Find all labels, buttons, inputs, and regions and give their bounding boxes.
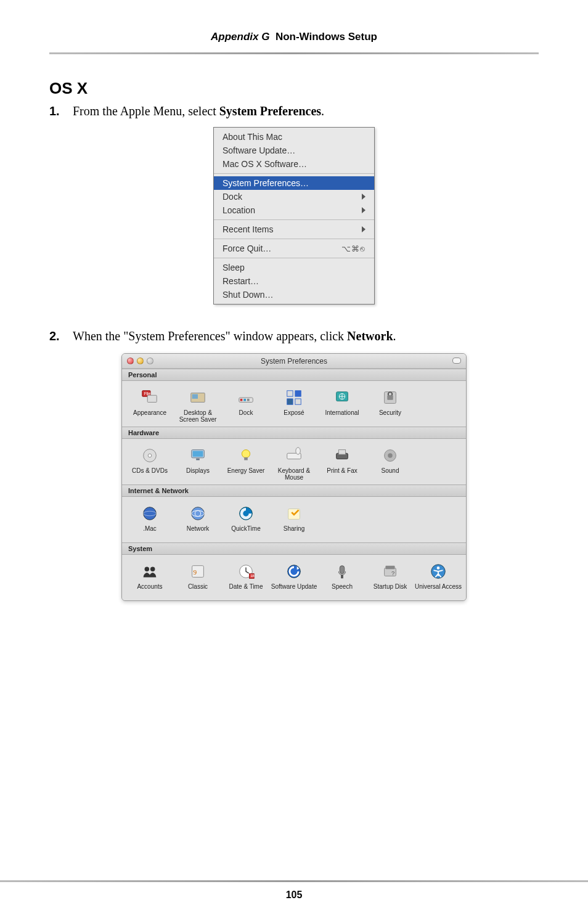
menu-item[interactable]: Mac OS X Software… [214, 157, 374, 171]
svg-point-52 [437, 566, 440, 570]
submenu-arrow-icon [362, 194, 365, 200]
svg-point-19 [148, 454, 152, 457]
zoom-icon[interactable] [147, 358, 153, 364]
security-icon [380, 387, 401, 408]
pref-item-datetime[interactable]: 18Date & Time [222, 560, 270, 598]
svg-point-26 [296, 448, 301, 454]
pref-label: Print & Fax [327, 467, 357, 481]
cd-icon [139, 445, 160, 466]
step-number: 1. [49, 104, 62, 118]
pref-item-quicktime[interactable]: QuickTime [222, 502, 270, 540]
pref-label: Universal Access [415, 583, 462, 597]
svg-rect-9 [287, 391, 293, 396]
pref-label: Sound [382, 467, 399, 481]
svg-text:18: 18 [251, 574, 255, 578]
step-text: When the "System Preferences" window app… [73, 329, 396, 343]
menu-item[interactable]: Restart… [214, 274, 374, 288]
pref-item-dock[interactable]: Dock [222, 386, 270, 424]
pref-item-universal[interactable]: Universal Access [414, 560, 462, 598]
pref-item-desktop[interactable]: Desktop & Screen Saver [174, 386, 222, 424]
pref-item-security[interactable]: Security [366, 386, 414, 424]
section-heading: OS X [49, 79, 539, 98]
section-header: Hardware [122, 427, 466, 439]
apple-menu[interactable]: About This MacSoftware Update…Mac OS X S… [213, 127, 375, 305]
window-titlebar[interactable]: System Preferences [122, 354, 466, 369]
quicktime-icon [235, 503, 256, 524]
svg-point-38 [145, 567, 150, 572]
section-body: CDs & DVDsDisplaysEnergy SaverKeyboard &… [122, 439, 466, 485]
submenu-arrow-icon [362, 207, 365, 213]
pref-item-printer[interactable]: Print & Fax [318, 444, 366, 482]
pref-label: Keyboard & Mouse [270, 467, 318, 481]
pref-label: Accounts [137, 583, 162, 597]
svg-text:File: File [144, 391, 151, 396]
pref-item-dotmac[interactable]: .Mac [126, 502, 174, 540]
pref-label: .Mac [143, 525, 157, 539]
menu-item[interactable]: Sleep [214, 261, 374, 274]
pref-item-appearance[interactable]: FileAppearance [126, 386, 174, 424]
pref-item-classic[interactable]: 9Classic [174, 560, 222, 598]
menu-item[interactable]: Dock [214, 190, 374, 203]
pref-label: Software Update [271, 583, 317, 597]
pref-item-sharing[interactable]: Sharing [270, 502, 318, 540]
pref-item-swupdate[interactable]: Software Update [270, 560, 318, 598]
pref-label: Displays [186, 467, 210, 481]
svg-rect-21 [193, 451, 203, 457]
pref-item-accounts[interactable]: Accounts [126, 560, 174, 598]
svg-rect-46 [340, 566, 345, 574]
svg-rect-28 [338, 450, 345, 455]
pref-item-network[interactable]: Network [174, 502, 222, 540]
pref-item-bulb[interactable]: Energy Saver [222, 444, 270, 482]
desktop-icon [187, 387, 208, 408]
svg-rect-7 [243, 399, 246, 401]
svg-rect-22 [196, 459, 200, 460]
pref-label: Exposé [284, 409, 304, 423]
pref-label: Classic [188, 583, 208, 597]
pref-item-display[interactable]: Displays [174, 444, 222, 482]
menu-item-label: Software Update… [223, 145, 295, 155]
pref-item-cd[interactable]: CDs & DVDs [126, 444, 174, 482]
header-rule [49, 52, 539, 54]
pref-item-startup[interactable]: ?Startup Disk [366, 560, 414, 598]
pref-label: Security [379, 409, 401, 423]
pref-label: QuickTime [231, 525, 260, 539]
svg-rect-49 [386, 566, 395, 570]
intl-icon [332, 387, 353, 408]
toolbar-toggle-icon[interactable] [452, 358, 461, 364]
pref-item-sound[interactable]: Sound [366, 444, 414, 482]
menu-item[interactable]: Force Quit…⌥⌘⎋ [214, 242, 374, 255]
step-text: From the Apple Menu, select System Prefe… [73, 104, 324, 118]
pref-label: International [325, 409, 359, 423]
submenu-arrow-icon [362, 226, 365, 232]
pref-item-keyboard[interactable]: Keyboard & Mouse [270, 444, 318, 482]
pref-item-expose[interactable]: Exposé [270, 386, 318, 424]
menu-separator [214, 258, 374, 258]
minimize-icon[interactable] [137, 358, 144, 364]
menu-item[interactable]: Software Update… [214, 144, 374, 157]
svg-point-30 [388, 453, 393, 458]
svg-rect-17 [387, 395, 393, 400]
section-header: System [122, 542, 466, 555]
step-number: 2. [49, 329, 62, 343]
menu-item[interactable]: Recent Items [214, 223, 374, 236]
bulb-icon [235, 445, 256, 466]
menu-item[interactable]: Shut Down… [214, 288, 374, 301]
svg-rect-11 [287, 399, 293, 404]
menu-item[interactable]: Location [214, 203, 374, 217]
menu-item[interactable]: About This Mac [214, 130, 374, 144]
sharing-icon [284, 503, 304, 524]
menu-item[interactable]: System Preferences… [214, 176, 374, 190]
close-icon[interactable] [127, 358, 134, 364]
section-header: Personal [122, 369, 466, 381]
svg-rect-47 [341, 575, 343, 579]
menu-item-label: Dock [223, 192, 242, 202]
pref-item-intl[interactable]: International [318, 386, 366, 424]
menu-separator [214, 219, 374, 220]
section-body: .MacNetworkQuickTimeSharing [122, 497, 466, 542]
startup-icon: ? [380, 561, 401, 582]
pref-item-speech[interactable]: Speech [318, 560, 366, 598]
keyboard-icon [284, 445, 304, 466]
menu-item-label: Shut Down… [223, 290, 273, 300]
sound-icon [380, 445, 401, 466]
header-appendix: Appendix G [211, 31, 269, 43]
